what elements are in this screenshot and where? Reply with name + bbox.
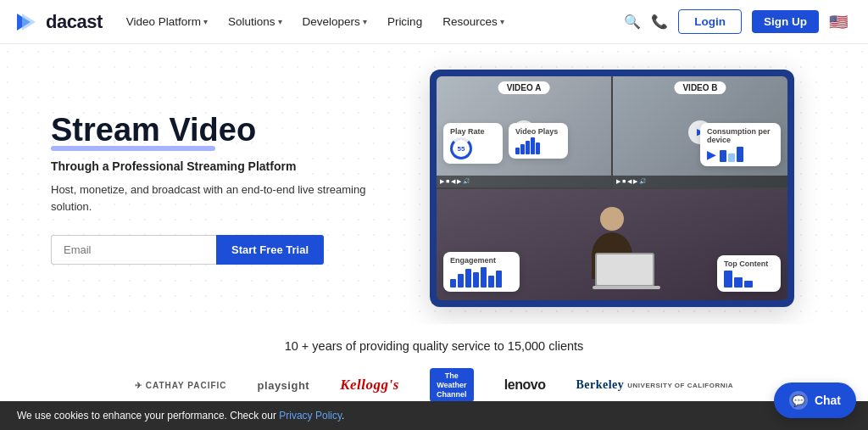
brand-lenovo: lenovo xyxy=(504,377,546,393)
login-button[interactable]: Login xyxy=(678,9,742,34)
nav-item-developers[interactable]: Developers ▾ xyxy=(294,10,376,33)
brand-berkeley: Berkeley UNIVERSITY OF CALIFORNIA xyxy=(576,378,733,392)
phone-button[interactable]: 📞 xyxy=(651,14,668,30)
brand-playsight: playsight xyxy=(258,379,310,392)
cookie-text: We use cookies to enhance your performan… xyxy=(17,410,851,412)
chevron-down-icon: ▾ xyxy=(203,17,208,26)
chevron-down-icon: ▾ xyxy=(500,17,504,26)
logo-text: dacast xyxy=(46,11,103,33)
chevron-down-icon: ▾ xyxy=(278,17,282,26)
video-cell-main xyxy=(437,189,787,300)
video-cell-b: VIDEO B ▶ ▶ ■ ◀ ▶ 🔊 xyxy=(613,76,787,187)
chat-icon: 💬 xyxy=(789,391,808,410)
hero-section: Stream Video Through a Professional Stre… xyxy=(0,44,868,324)
search-button[interactable]: 🔍 xyxy=(624,14,641,30)
video-cell-a: VIDEO A ▶ ▶ ■ ◀ ▶ 🔊 xyxy=(437,76,611,187)
video-label-b: VIDEO B xyxy=(674,81,726,94)
trust-bar: 10 + years of providing quality service … xyxy=(0,324,868,412)
cookie-banner: We use cookies to enhance your performan… xyxy=(0,401,868,412)
logo[interactable]: dacast xyxy=(17,10,103,34)
video-panel: VIDEO A ▶ ▶ ■ ◀ ▶ 🔊 VIDEO B ▶ ▶ ■ ◀ ▶ 🔊 xyxy=(430,70,794,307)
nav-actions: 🔍 📞 Login Sign Up 🇺🇸 xyxy=(624,9,851,34)
play-button-b[interactable]: ▶ xyxy=(688,120,712,144)
privacy-policy-link[interactable]: Privacy Policy xyxy=(279,410,342,412)
chevron-down-icon: ▾ xyxy=(363,17,367,26)
search-icon: 🔍 xyxy=(624,14,641,30)
phone-icon: 📞 xyxy=(651,14,668,30)
email-input[interactable] xyxy=(51,235,216,265)
hero-title: Stream Video xyxy=(51,112,407,149)
hero-left: Stream Video Through a Professional Stre… xyxy=(51,112,407,265)
nav-item-pricing[interactable]: Pricing xyxy=(379,10,431,33)
logo-icon xyxy=(17,10,41,34)
signup-button[interactable]: Sign Up xyxy=(752,10,819,33)
video-controls-b: ▶ ■ ◀ ▶ 🔊 xyxy=(616,178,647,185)
video-controls-a: ▶ ■ ◀ ▶ 🔊 xyxy=(440,178,470,185)
navbar: dacast Video Platform ▾ Solutions ▾ Deve… xyxy=(0,0,868,44)
video-panel-inner: VIDEO A ▶ ▶ ■ ◀ ▶ 🔊 VIDEO B ▶ ▶ ■ ◀ ▶ 🔊 xyxy=(437,76,787,300)
language-selector[interactable]: 🇺🇸 xyxy=(829,14,851,30)
chat-button[interactable]: 💬 Chat xyxy=(774,383,856,412)
nav-item-resources[interactable]: Resources ▾ xyxy=(434,10,513,33)
start-free-trial-button[interactable]: Start Free Trial xyxy=(216,235,324,265)
chat-label: Chat xyxy=(815,394,841,407)
email-cta-row: Start Free Trial xyxy=(51,235,407,265)
svg-marker-1 xyxy=(22,14,36,31)
play-button-a[interactable]: ▶ xyxy=(512,120,536,144)
video-label-a: VIDEO A xyxy=(498,81,550,94)
hero-right: VIDEO A ▶ ▶ ■ ◀ ▶ 🔊 VIDEO B ▶ ▶ ■ ◀ ▶ 🔊 xyxy=(407,70,817,307)
hero-subtitle: Through a Professional Streaming Platfor… xyxy=(51,159,407,173)
brand-logos-row: ✈ CATHAY PACIFIC playsight Kellogg's The… xyxy=(17,368,851,402)
brand-kelloggs: Kellogg's xyxy=(340,377,399,394)
hero-description: Host, monetize, and broadcast with an en… xyxy=(51,181,407,217)
brand-cathay-pacific: ✈ CATHAY PACIFIC xyxy=(135,381,227,390)
nav-item-solutions[interactable]: Solutions ▾ xyxy=(220,10,291,33)
brand-weather-channel: TheWeatherChannel xyxy=(430,368,474,402)
nav-links: Video Platform ▾ Solutions ▾ Developers … xyxy=(118,10,625,33)
nav-item-video-platform[interactable]: Video Platform ▾ xyxy=(118,10,216,33)
trust-bar-title: 10 + years of providing quality service … xyxy=(17,339,851,353)
